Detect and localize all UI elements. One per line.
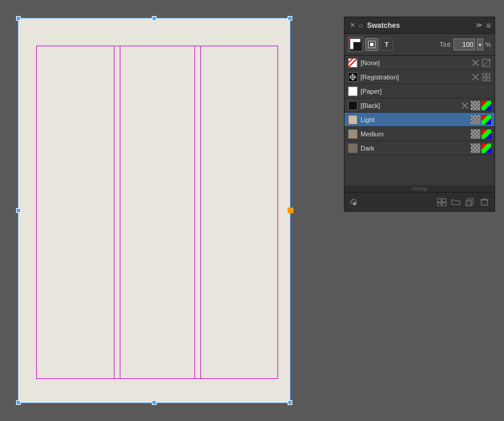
swatch-color-dark — [348, 143, 358, 153]
swatch-name-dark: Dark — [361, 145, 468, 152]
col-divider-3 — [194, 46, 195, 378]
black-x-icon — [460, 101, 470, 110]
panel-collapse-button[interactable]: ≫ — [476, 21, 483, 29]
color-type-fill-button[interactable] — [365, 38, 378, 51]
svg-rect-27 — [481, 200, 487, 205]
none-indicator — [349, 37, 356, 44]
text-type-label: T — [385, 41, 389, 48]
black-checker-icon — [471, 101, 480, 110]
swatch-icons-registration — [471, 72, 491, 82]
light-checker-icon — [471, 115, 480, 125]
panel-title: Swatches — [367, 21, 400, 30]
swatch-name-black: [Black] — [361, 102, 457, 109]
light-color-icon — [481, 115, 491, 125]
none-x-icon — [471, 58, 480, 68]
svg-rect-14 — [487, 74, 490, 76]
cloud-button[interactable] — [348, 196, 361, 209]
bottom-right-buttons — [435, 196, 491, 209]
inner-guides — [36, 46, 278, 379]
new-color-group-button[interactable] — [435, 196, 448, 209]
swatch-name-registration: [Registration] — [361, 74, 468, 81]
swatch-row-paper[interactable]: [Paper] — [344, 84, 495, 98]
panel-close-button[interactable]: ✕ — [348, 21, 356, 30]
reg-grid-icon — [481, 72, 491, 82]
panel-bottom-toolbar — [344, 192, 495, 211]
dark-color-icon — [481, 143, 491, 153]
svg-rect-21 — [438, 199, 441, 202]
panel-spacer — [344, 155, 495, 185]
swatch-icons-none — [471, 58, 491, 68]
page-wrapper — [18, 18, 291, 403]
swatch-name-medium: Medium — [361, 130, 468, 138]
swatch-color-medium — [348, 129, 358, 139]
reg-x-icon — [471, 72, 480, 82]
medium-checker-icon — [471, 129, 480, 139]
dark-checker-icon — [471, 143, 480, 153]
none-corner-icon — [481, 58, 491, 68]
medium-color-icon — [481, 129, 491, 139]
col-divider-1 — [114, 46, 114, 378]
document-page — [18, 18, 291, 403]
swatch-icons-medium — [471, 129, 491, 139]
color-type-text-button[interactable]: T — [380, 38, 393, 51]
new-folder-button[interactable] — [449, 196, 462, 209]
svg-rect-16 — [487, 78, 490, 81]
panel-title-left: ✕ ◇ Swatches — [348, 21, 400, 30]
swatch-color-none — [348, 58, 358, 68]
svg-rect-23 — [438, 203, 441, 206]
svg-rect-15 — [483, 78, 486, 81]
swatch-row-none[interactable]: [None] — [344, 56, 495, 70]
swatch-color-registration — [348, 72, 358, 82]
panel-titlebar: ✕ ◇ Swatches ≫ ≡ — [344, 17, 495, 34]
swatch-row-black[interactable]: [Black] — [344, 98, 495, 113]
swatch-color-paper — [348, 87, 358, 96]
canvas-area — [0, 0, 308, 421]
swatch-row-registration[interactable]: [Registration] — [344, 70, 495, 84]
tint-input[interactable] — [454, 39, 475, 50]
black-color-icon — [481, 101, 491, 110]
swatch-icons-black — [460, 101, 491, 110]
panel-toolbar: T Tint: ▾ % — [344, 34, 495, 56]
swatch-name-paper: [Paper] — [361, 88, 488, 95]
swatch-icons-dark — [471, 143, 491, 153]
svg-rect-26 — [466, 200, 471, 206]
tint-arrow-button[interactable]: ▾ — [477, 39, 483, 50]
svg-rect-24 — [442, 203, 446, 206]
swatch-name-light: Light — [361, 116, 468, 123]
swatch-list: [None] — [344, 56, 495, 155]
col-divider-2 — [120, 46, 120, 378]
diamond-icon: ◇ — [359, 23, 363, 28]
duplicate-swatch-button[interactable] — [464, 196, 477, 209]
panel-page-indicator: Group — [344, 185, 495, 192]
swatch-row-medium[interactable]: Medium — [344, 127, 495, 141]
swatch-icons-light — [471, 115, 491, 125]
delete-swatch-button[interactable] — [478, 196, 491, 209]
swatch-color-black — [348, 101, 358, 110]
swatch-row-dark[interactable]: Dark — [344, 141, 495, 155]
swatch-name-none: [None] — [361, 59, 468, 66]
panel-menu-button[interactable]: ≡ — [486, 21, 491, 30]
swatches-panel: ✕ ◇ Swatches ≫ ≡ T — [344, 17, 495, 212]
fill-stroke-preview[interactable] — [348, 37, 363, 52]
svg-rect-13 — [483, 74, 486, 76]
tint-percent: % — [485, 41, 491, 48]
col-divider-4 — [200, 46, 201, 378]
swatch-color-light — [348, 115, 358, 125]
svg-rect-22 — [442, 199, 446, 202]
orange-handle[interactable] — [288, 208, 294, 213]
tint-label: Tint: — [439, 41, 452, 48]
swatch-row-light[interactable]: Light — [344, 113, 495, 127]
